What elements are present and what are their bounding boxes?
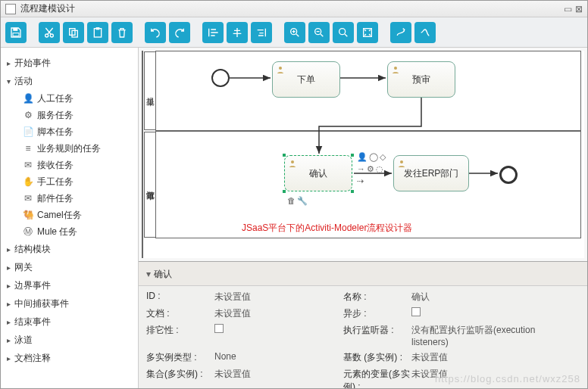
caption-text: JSaaS平台下的Activiti-Modeler流程设计器 — [242, 222, 412, 235]
group-boundary[interactable]: ▸边界事件 — [1, 276, 138, 294]
gear-icon: ⚙ — [367, 164, 374, 174]
item-manual-task[interactable]: ✋手工任务 — [1, 173, 138, 190]
zoom-in-button[interactable] — [284, 22, 305, 43]
mail-icon: ✉ — [22, 193, 34, 204]
properties-title: ▾确认 — [139, 262, 587, 286]
hand-icon: ✋ — [22, 176, 34, 187]
context-pad-bottom[interactable]: 🗑🔧 — [287, 196, 308, 206]
prop-label: 基数 (多实例) : — [343, 351, 411, 364]
diamond-icon: ◇ — [380, 152, 386, 162]
group-swimlane[interactable]: ▸泳道 — [1, 331, 138, 349]
prop-value[interactable]: 未设置值 — [411, 368, 540, 389]
arrow-icon: → — [357, 164, 365, 174]
prop-label: 元素的变量(多实例) : — [343, 368, 411, 389]
morph-button[interactable] — [414, 22, 436, 43]
lane-label-1: 提单 — [144, 51, 156, 130]
prop-label: 名称 : — [343, 291, 411, 303]
task-send-erp[interactable]: 发往ERP部门 — [393, 155, 469, 191]
undo-button[interactable] — [145, 22, 166, 43]
task-place-order[interactable]: 下单 — [272, 61, 340, 98]
align-right-button[interactable] — [251, 22, 272, 43]
redo-button[interactable] — [169, 22, 190, 43]
bpmn-canvas[interactable]: 提单 订单审批 下单 预审 确认 👤◯◇ →⚙◌ ⇢ 🗑🔧 发往ERP部门 — [142, 51, 584, 258]
align-center-button[interactable] — [227, 22, 248, 43]
window-title: 流程建模设计 — [20, 2, 75, 15]
properties-panel: ▾确认 ID :未设置值名称 :确认文档 :未设置值异步 :排它性 :执行监听器… — [139, 261, 587, 389]
group-activities[interactable]: ▾活动 — [1, 72, 138, 90]
user-icon — [288, 159, 297, 168]
context-pad-2[interactable]: →⚙◌ — [357, 164, 383, 174]
prop-value[interactable]: 未设置值 — [411, 351, 540, 364]
app-icon — [5, 4, 16, 14]
zoom-fit-button[interactable] — [357, 22, 378, 43]
context-pad-3[interactable]: ⇢ — [357, 176, 364, 186]
zoom-actual-button[interactable] — [333, 22, 354, 43]
prop-value[interactable] — [411, 307, 540, 320]
group-end[interactable]: ▸结束事件 — [1, 313, 138, 331]
save-button[interactable] — [5, 22, 27, 43]
prop-value[interactable]: None — [214, 351, 343, 364]
end-event[interactable] — [499, 166, 518, 184]
minimize-icon[interactable]: ▭ — [564, 4, 572, 14]
svg-rect-1 — [13, 33, 19, 36]
prop-value[interactable]: 未设置值 — [214, 291, 343, 303]
prop-label: 集合(多实例) : — [146, 368, 214, 389]
group-catching[interactable]: ▸中间捕获事件 — [1, 294, 138, 313]
item-mule-task[interactable]: ⓂMule 任务 — [1, 223, 138, 240]
svg-rect-6 — [94, 28, 101, 36]
item-rule-task[interactable]: ≡业务规则的任务 — [1, 140, 138, 157]
item-camel-task[interactable]: 🐫Camel任务 — [1, 207, 138, 223]
start-event[interactable] — [211, 69, 230, 87]
task-confirm[interactable]: 确认 — [284, 155, 352, 191]
prop-label: 异步 : — [343, 307, 411, 320]
delete-button[interactable] — [111, 22, 133, 43]
svg-point-2 — [45, 34, 48, 37]
prop-label: 排它性 : — [146, 324, 214, 347]
dashed-circle-icon: ◌ — [376, 164, 383, 174]
connect-button[interactable] — [390, 22, 411, 43]
title-bar: 流程建模设计 ▭ ⊠ — [1, 1, 587, 17]
item-service-task[interactable]: ⚙服务任务 — [1, 107, 138, 123]
cut-button[interactable] — [39, 22, 60, 43]
wrench-icon: 🔧 — [297, 196, 308, 206]
svg-rect-0 — [14, 28, 17, 30]
prop-value[interactable]: 未设置值 — [214, 368, 343, 389]
mule-icon: Ⓜ — [22, 226, 34, 238]
gear-icon: ⚙ — [22, 110, 34, 120]
lane-label-2: 订单审批 — [144, 132, 156, 238]
prop-value[interactable] — [214, 324, 343, 347]
item-script-task[interactable]: 📄脚本任务 — [1, 123, 138, 140]
copy-button[interactable] — [63, 22, 84, 43]
rule-icon: ≡ — [22, 143, 34, 154]
prop-value[interactable]: 确认 — [411, 291, 540, 303]
user-icon: 👤 — [357, 152, 368, 162]
group-start-events[interactable]: ▸开始事件 — [1, 54, 138, 72]
item-mail-task[interactable]: ✉邮件任务 — [1, 190, 138, 207]
item-receive-task[interactable]: ✉接收任务 — [1, 157, 138, 173]
group-gateways[interactable]: ▸网关 — [1, 258, 138, 276]
checkbox — [214, 324, 224, 333]
prop-label: 文档 : — [146, 307, 214, 320]
user-icon: 👤 — [22, 93, 34, 104]
group-annotation[interactable]: ▸文档注释 — [1, 349, 138, 367]
close-icon[interactable]: ⊠ — [575, 4, 583, 14]
align-left-button[interactable] — [202, 22, 224, 43]
user-icon — [391, 65, 400, 74]
context-pad[interactable]: 👤◯◇ — [357, 152, 386, 162]
svg-point-14 — [291, 160, 294, 163]
zoom-out-button[interactable] — [308, 22, 330, 43]
svg-point-15 — [400, 160, 403, 163]
svg-point-13 — [394, 67, 397, 70]
item-user-task[interactable]: 👤人工任务 — [1, 90, 138, 107]
prop-value[interactable]: 未设置值 — [214, 307, 343, 320]
checkbox — [411, 307, 421, 316]
task-preview[interactable]: 预审 — [387, 61, 455, 98]
user-icon — [276, 65, 285, 74]
toolbar — [1, 17, 587, 48]
user-icon — [397, 159, 406, 168]
script-icon: 📄 — [22, 126, 34, 137]
group-structural[interactable]: ▸结构模块 — [1, 240, 138, 258]
trash-icon: 🗑 — [287, 196, 296, 206]
prop-value[interactable]: 没有配置执行监听器(execution listeners) — [411, 324, 540, 347]
paste-button[interactable] — [87, 22, 108, 43]
